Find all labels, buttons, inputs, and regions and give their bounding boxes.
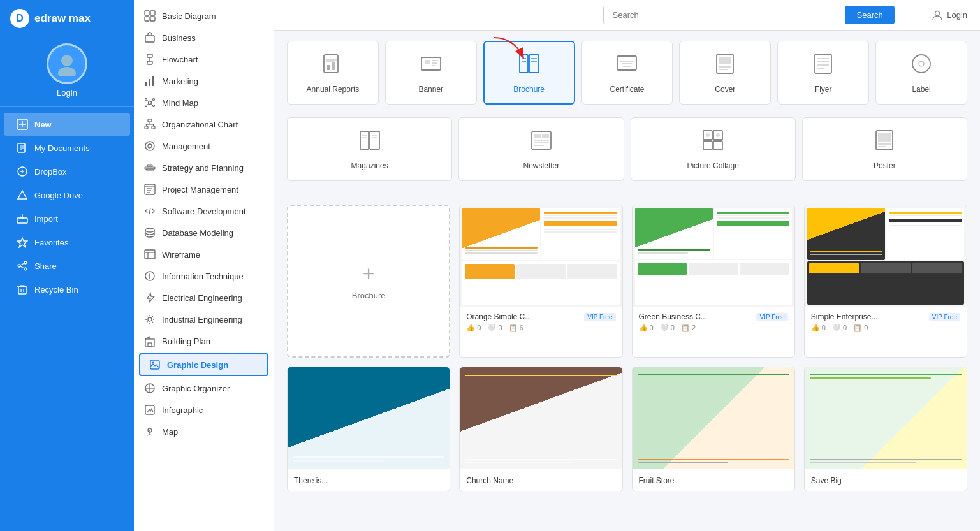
middle-item-building-plan[interactable]: Building Plan [134,330,274,352]
sidebar-item-favorites[interactable]: Favorites [4,231,130,254]
category-label[interactable]: Label [875,41,967,105]
sidebar-item-new[interactable]: New [4,113,130,136]
templates-grid: + Brochure [287,205,967,358]
middle-item-software-dev[interactable]: Software Development [134,200,274,222]
main-content: Search Login Annual [274,0,980,531]
template-title-enterprise: Simple Enterprise... [811,312,878,321]
middle-item-basic-diagram[interactable]: Basic Diagram [134,5,274,27]
sidebar-item-share[interactable]: Share [4,254,130,277]
middle-item-infographic[interactable]: Infographic [134,399,274,421]
middle-item-strategy[interactable]: Strategy and Planning [134,157,274,178]
template-card-savebig[interactable]: Save Big [804,367,967,491]
middle-item-org-chart[interactable]: Organizational Chart [134,113,274,135]
newsletter-label: Newsletter [523,161,560,170]
database-label: Database Modeling [162,228,233,238]
middle-item-project-management[interactable]: Project Management [134,178,274,200]
middle-item-industrial-eng[interactable]: Industrial Engineering [134,309,274,330]
software-dev-icon [144,205,156,217]
header-login-label: Login [947,10,967,20]
recycle-bin-icon [17,284,28,295]
sidebar-item-my-documents[interactable]: My Documents [4,136,130,159]
infographic-icon [144,404,156,416]
template-card-enterprise[interactable]: Simple Enterprise... VIP Free 👍 0 🤍 0 📋 … [804,205,967,358]
search-input[interactable] [603,6,845,24]
template-thumb-church [460,367,622,469]
business-icon [144,32,156,43]
graphic-design-icon [149,359,161,370]
sidebar-item-favorites-label: Favorites [34,238,68,247]
svg-rect-27 [145,82,147,86]
category-banner[interactable]: Banner [385,41,477,105]
sidebar-item-recycle-bin-label: Recycle Bin [34,285,78,295]
middle-item-graphic-organizer[interactable]: Graphic Organizer [134,377,274,399]
category-newsletter[interactable]: Newsletter [458,117,624,181]
template-info-orange: Orange Simple C... VIP Free 👍 0 🤍 0 📋 6 [460,307,622,337]
template-stats-green: 👍 0 🤍 0 📋 2 [639,324,788,332]
middle-item-marketing[interactable]: Marketing [134,70,274,92]
sidebar-item-google-drive[interactable]: Google Drive [4,184,130,207]
map-label: Map [162,427,178,437]
cover-icon [713,52,736,80]
info-tech-label: Information Technique [162,272,244,281]
label-label: Label [912,85,930,94]
svg-point-66 [152,362,154,364]
template-thumb-teal [288,367,450,469]
middle-item-flowchart[interactable]: Flowchart [134,48,274,70]
category-poster[interactable]: Poster [802,117,967,181]
copies-orange: 📋 6 [509,324,523,332]
middle-item-wireframe[interactable]: Wireframe [134,244,274,265]
sidebar-login[interactable]: Login [57,88,77,98]
database-icon [144,227,156,238]
template-info-teal: There is... [288,469,450,491]
svg-rect-84 [529,55,539,73]
share-icon [17,260,28,272]
middle-item-management[interactable]: Management [134,135,274,157]
svg-rect-105 [370,131,379,149]
template-card-church[interactable]: Church Name [459,367,622,491]
template-card-orange[interactable]: Orange Simple C... VIP Free 👍 0 🤍 0 📋 6 [459,205,622,358]
hearts-enterprise: 🤍 0 [832,324,847,332]
middle-item-map[interactable]: Map [134,421,274,442]
category-annual-reports[interactable]: Annual Reports [287,41,379,105]
electrical-eng-icon [144,292,156,303]
middle-item-graphic-design[interactable]: Graphic Design [139,353,268,376]
middle-item-electrical-eng[interactable]: Electrical Engineering [134,287,274,309]
sidebar-item-recycle-bin[interactable]: Recycle Bin [4,278,130,301]
svg-rect-73 [324,55,338,73]
org-chart-icon [144,119,156,130]
new-template-card[interactable]: + Brochure [287,205,450,358]
svg-rect-123 [878,133,891,142]
sidebar-item-import[interactable]: Import [4,207,130,230]
template-thumb-green [633,205,794,307]
svg-rect-49 [147,165,152,166]
certificate-label: Certificate [610,85,644,94]
wireframe-icon [144,249,156,260]
svg-point-11 [18,265,20,267]
category-certificate[interactable]: Certificate [581,41,673,105]
template-card-teal[interactable]: There is... [287,367,450,491]
sidebar: D edraw max Login New [0,0,134,531]
template-card-green[interactable]: Green Business C... VIP Free 👍 0 🤍 0 📋 2 [632,205,795,358]
svg-point-12 [24,268,27,270]
search-button[interactable]: Search [845,6,895,24]
middle-item-info-tech[interactable]: Information Technique [134,265,274,287]
middle-item-mind-map[interactable]: Mind Map [134,92,274,113]
category-brochure[interactable]: Brochure [483,41,575,105]
svg-rect-111 [534,134,541,138]
category-flyer[interactable]: Flyer [777,41,869,105]
svg-line-56 [149,208,150,214]
label-icon [910,52,933,80]
avatar[interactable] [47,43,87,84]
template-badge-enterprise: VIP Free [929,313,960,321]
header-login[interactable]: Login [932,10,967,21]
category-picture-collage[interactable]: Picture Collage [631,117,796,181]
category-magazines[interactable]: Magazines [287,117,452,181]
likes-orange: 👍 0 [466,324,481,332]
svg-point-1 [58,67,76,76]
flyer-label: Flyer [815,85,832,94]
sidebar-item-dropbox[interactable]: DropBox [4,160,130,183]
category-cover[interactable]: Cover [679,41,771,105]
template-card-fruit[interactable]: Fruit Store [632,367,795,491]
middle-item-database[interactable]: Database Modeling [134,222,274,244]
middle-item-business[interactable]: Business [134,27,274,48]
